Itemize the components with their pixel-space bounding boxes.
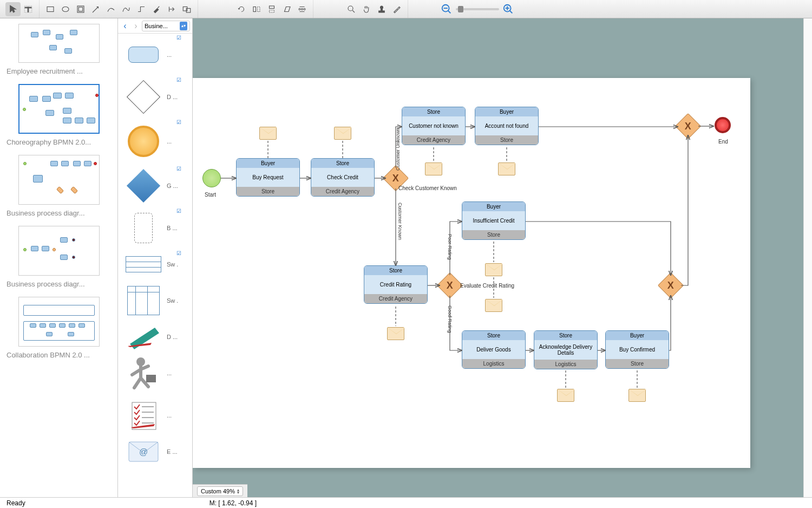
canvas-area[interactable]: Start Buyer Buy Request Store Store Chec… [193, 18, 803, 497]
message-icon[interactable] [498, 162, 515, 175]
shape-item[interactable]: D ... ☑ [118, 76, 192, 118]
check-icon: ☑ [176, 77, 181, 83]
arrow-tool[interactable] [88, 2, 103, 16]
shape-item[interactable]: D ... [118, 322, 192, 352]
task-check-credit[interactable]: Store Check Credit Credit Agency [311, 158, 375, 197]
svg-rect-21 [146, 375, 156, 382]
end-label: End [718, 139, 728, 145]
shape-item[interactable]: G ... ☑ [118, 165, 192, 207]
text-tool[interactable] [21, 2, 36, 16]
main-toolbar [0, 0, 812, 18]
stamp-tool[interactable] [374, 2, 389, 16]
container-tool[interactable] [73, 2, 88, 16]
thumbnail-label: Business process diagr... [6, 205, 111, 219]
message-icon[interactable] [387, 327, 404, 340]
eyedropper-tool[interactable] [389, 2, 404, 16]
shape-item[interactable]: B ... ☑ [118, 207, 192, 249]
task-ack-delivery[interactable]: Store Acknowledge Delivery Details Logis… [534, 330, 598, 369]
canvas-bottom-bar: Custom 49% ▴▾ [193, 484, 247, 497]
ellipse-tool[interactable] [58, 2, 73, 16]
flip-v-tool[interactable] [264, 2, 279, 16]
svg-rect-11 [270, 6, 274, 9]
check-icon: ☑ [176, 250, 181, 256]
task-customer-not-known[interactable]: Store Customer not known Credit Agency [402, 107, 466, 145]
pointer-tool[interactable] [5, 2, 21, 16]
shape-item[interactable]: Sw . ☑ [118, 249, 192, 279]
shape-category-select[interactable]: Busine... ▴▾ [142, 21, 190, 31]
message-icon[interactable] [485, 263, 502, 276]
shape-item[interactable]: ... [118, 352, 192, 394]
start-event[interactable] [202, 169, 221, 187]
message-icon[interactable] [628, 389, 646, 402]
svg-point-16 [348, 6, 353, 11]
distribute-tool[interactable] [294, 2, 310, 16]
svg-point-13 [299, 8, 300, 10]
curve-tool[interactable] [119, 2, 134, 16]
zoom-slider-thumb[interactable] [458, 6, 463, 12]
shapes-back-button[interactable]: ‹ [120, 21, 130, 31]
edge-label-known: Customer Known [397, 203, 403, 240]
flip-h-tool[interactable] [249, 2, 264, 16]
zoom-level-select[interactable]: Custom 49% ▴▾ [197, 486, 243, 496]
gateway-evaluate-credit[interactable]: X [437, 272, 463, 298]
connector-tool[interactable] [134, 2, 149, 16]
edge-label-poor: Poor Rating [447, 234, 453, 260]
brush-tool[interactable] [149, 2, 164, 16]
thumbnail-item[interactable]: Collaboration BPMN 2.0 ... [0, 294, 117, 364]
shape-item[interactable]: ... ☑ [118, 34, 192, 76]
zoom-slider[interactable] [456, 8, 499, 10]
task-account-not-found[interactable]: Buyer Account not found Store [475, 107, 539, 145]
task-deliver-goods[interactable]: Store Deliver Goods Logistics [462, 330, 526, 369]
task-credit-rating[interactable]: Store Credit Rating Credit Agency [364, 265, 428, 304]
shape-item[interactable]: Sw . [118, 279, 192, 322]
zoom-out-button[interactable] [441, 3, 453, 15]
gateway-label: Evaluate Credit Rating [460, 283, 514, 289]
group-tool[interactable] [179, 2, 194, 16]
message-icon[interactable] [425, 162, 442, 175]
svg-rect-6 [78, 7, 83, 11]
message-icon[interactable] [485, 299, 502, 312]
gateway-merge-2[interactable]: X [675, 113, 701, 139]
thumbnail-item[interactable]: Choreography BPMN 2.0... [0, 81, 117, 152]
shape-item[interactable]: ... ☑ [118, 118, 192, 165]
message-icon[interactable] [334, 127, 351, 140]
thumbnail-label: Collaboration BPMN 2.0 ... [6, 347, 111, 361]
thumbnail-label: Choreography BPMN 2.0... [6, 134, 111, 148]
shape-item[interactable]: @ E ... [118, 437, 192, 467]
thumbnail-item[interactable]: Business process diagr... [0, 152, 117, 223]
message-icon[interactable] [259, 127, 277, 140]
task-buy-request[interactable]: Buyer Buy Request Store [236, 158, 300, 197]
svg-point-4 [62, 6, 69, 11]
thumbnail-item[interactable]: Business process diagr... [0, 223, 117, 294]
shear-tool[interactable] [279, 2, 294, 16]
pen-tool[interactable] [103, 2, 119, 16]
rect-tool[interactable] [43, 2, 58, 16]
end-event[interactable] [715, 117, 731, 133]
gateway-merge-1[interactable]: X [658, 272, 684, 298]
svg-rect-1 [28, 7, 29, 12]
check-icon: ☑ [176, 35, 181, 41]
task-insufficient-credit[interactable]: Buyer Insufficient Credit Store [462, 201, 526, 240]
shapes-forward-button[interactable]: › [131, 21, 141, 31]
svg-rect-17 [379, 11, 385, 12]
zoom-in-button[interactable] [502, 3, 514, 15]
rotate-tool[interactable] [234, 2, 249, 16]
svg-rect-9 [253, 6, 256, 11]
message-icon[interactable] [557, 389, 574, 402]
diagram-canvas[interactable]: Start Buyer Buy Request Store Store Chec… [193, 78, 750, 468]
anchor-tool[interactable] [164, 2, 179, 16]
status-ready: Ready [6, 499, 25, 507]
shape-item[interactable]: ... [118, 394, 192, 437]
svg-text:@: @ [139, 447, 148, 457]
category-label: Busine... [145, 23, 168, 29]
shapes-panel: ‹ › Busine... ▴▾ ... ☑ D ... ☑ ... ☑ [118, 18, 193, 497]
task-buy-confirmed[interactable]: Buyer Buy Confirmed Store [605, 330, 669, 369]
svg-point-15 [304, 8, 305, 10]
start-label: Start [205, 192, 216, 198]
gateway-label: Check Customer Known [398, 185, 457, 191]
zoom-tool[interactable] [344, 2, 359, 16]
thumbnail-item[interactable]: Employee recruitment ... [0, 21, 117, 81]
pan-tool[interactable] [359, 2, 374, 16]
vertical-scrollbar[interactable] [803, 18, 812, 497]
status-mouse: M: [ 1.62, -0.94 ] [209, 499, 257, 507]
